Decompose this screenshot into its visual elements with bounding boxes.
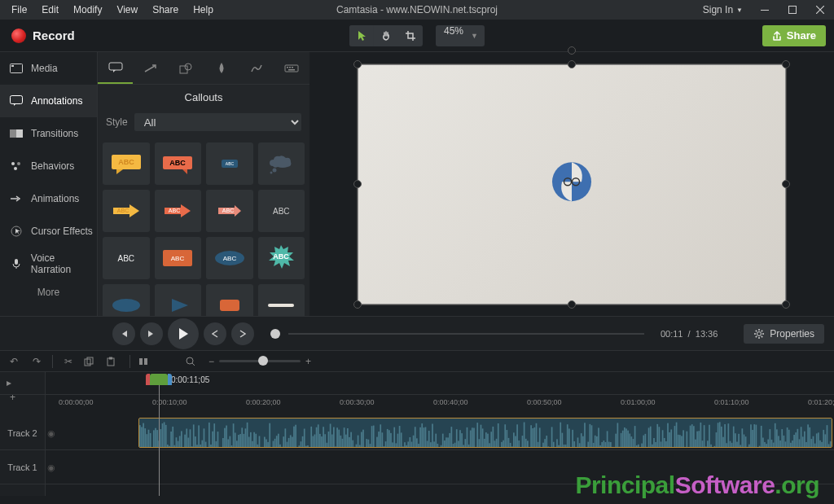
callout-arrow-yellow[interactable]: ABC xyxy=(103,190,150,232)
resize-handle-ml[interactable] xyxy=(353,180,362,188)
callout-burst-teal[interactable]: ABC xyxy=(258,237,305,279)
undo-button[interactable]: ↶ xyxy=(7,356,21,367)
style-select[interactable]: All xyxy=(134,113,301,131)
svg-rect-115 xyxy=(247,423,248,448)
resize-handle-bl[interactable] xyxy=(353,300,362,309)
svg-rect-191 xyxy=(378,432,380,448)
resize-handle-br[interactable] xyxy=(782,300,790,309)
close-button[interactable] xyxy=(806,0,834,20)
edit-tool-button[interactable] xyxy=(349,25,374,46)
callout-rect-blue[interactable]: ABC xyxy=(206,142,253,185)
callout-text-plain[interactable]: ABC xyxy=(258,190,305,232)
prev-marker-button[interactable] xyxy=(204,322,226,345)
callout-speech-orange[interactable]: ABC xyxy=(155,142,202,185)
resize-handle-tl[interactable] xyxy=(353,60,362,68)
scrubber-track[interactable] xyxy=(288,333,644,335)
track-visibility-icon[interactable]: ◉ xyxy=(47,462,55,472)
sidebar-tab-media[interactable]: Media xyxy=(0,52,97,85)
playhead-handle[interactable] xyxy=(150,374,168,385)
zoom-out-icon[interactable]: − xyxy=(208,356,214,367)
zoom-in-icon[interactable]: + xyxy=(305,356,311,367)
track-label-2[interactable]: Track 2 xyxy=(0,416,46,449)
menu-share[interactable]: Share xyxy=(146,2,185,17)
pan-tool-button[interactable] xyxy=(374,25,398,46)
sidebar-tab-annotations[interactable]: Annotations xyxy=(0,85,97,117)
resize-handle-tr[interactable] xyxy=(782,60,790,68)
callout-triangle-blue[interactable] xyxy=(155,284,202,316)
scrubber-handle[interactable] xyxy=(270,329,280,339)
panel-tab-shapes[interactable] xyxy=(169,52,204,84)
svg-rect-359 xyxy=(669,432,670,448)
svg-rect-292 xyxy=(553,442,555,448)
callout-ellipse-blue[interactable]: ABC xyxy=(206,237,253,279)
panel-tab-blur[interactable] xyxy=(204,52,239,84)
svg-rect-200 xyxy=(393,427,395,448)
sidebar-tab-voice-narration[interactable]: Voice Narration xyxy=(0,248,97,280)
panel-tab-keys[interactable] xyxy=(274,52,309,84)
properties-button[interactable]: Properties xyxy=(744,324,824,344)
resize-handle-mr[interactable] xyxy=(782,180,790,188)
zoom-fit-button[interactable] xyxy=(186,357,200,366)
sidebar-tab-animations[interactable]: Animations xyxy=(0,182,97,215)
panel-tab-sketch[interactable] xyxy=(239,52,274,84)
sidebar-tab-transitions[interactable]: Transitions xyxy=(0,117,97,150)
signin-button[interactable]: Sign In▼ xyxy=(695,2,751,17)
track-row-2[interactable]: Track 2 ◉ xyxy=(0,416,834,450)
split-button[interactable] xyxy=(138,356,153,367)
callout-text-white[interactable]: ABC xyxy=(103,237,150,279)
crop-tool-button[interactable] xyxy=(398,25,423,46)
minimize-button[interactable] xyxy=(751,0,779,20)
next-marker-button[interactable] xyxy=(231,322,254,345)
track-visibility-icon[interactable]: ◉ xyxy=(47,427,55,438)
playhead[interactable]: 0:00:11;05 xyxy=(150,374,209,385)
menu-help[interactable]: Help xyxy=(187,2,220,17)
svg-rect-165 xyxy=(333,427,335,448)
menu-edit[interactable]: Edit xyxy=(35,2,65,17)
timeline-zoom-slider[interactable]: − + xyxy=(208,356,311,367)
redo-button[interactable]: ↷ xyxy=(29,356,44,367)
time-ruler[interactable]: 0:00:00;000:00:10;000:00:20;000:00:30;00… xyxy=(59,398,834,413)
menu-file[interactable]: File xyxy=(5,2,33,17)
record-button[interactable]: Record xyxy=(0,28,86,43)
next-frame-button[interactable] xyxy=(140,322,163,345)
paste-button[interactable] xyxy=(107,357,121,366)
canvas-area[interactable] xyxy=(309,52,834,316)
prev-frame-button[interactable] xyxy=(112,322,135,345)
menu-modify[interactable]: Modify xyxy=(67,2,108,17)
zoom-select[interactable]: 45% xyxy=(436,25,485,46)
copy-button[interactable] xyxy=(84,357,99,366)
cut-button[interactable]: ✂ xyxy=(61,356,76,367)
track-label-1[interactable]: Track 1 xyxy=(0,450,46,484)
zoom-slider-handle[interactable] xyxy=(258,356,268,366)
sidebar-tab-behaviors[interactable]: Behaviors xyxy=(0,150,97,182)
menu-view[interactable]: View xyxy=(110,2,144,17)
sidebar-tab-cursor-effects[interactable]: Cursor Effects xyxy=(0,215,97,248)
preview-canvas[interactable] xyxy=(357,64,787,305)
resize-handle-bm[interactable] xyxy=(568,300,576,309)
svg-rect-320 xyxy=(601,442,603,448)
media-clip[interactable] xyxy=(138,418,832,448)
panel-tab-arrows[interactable] xyxy=(133,52,168,84)
svg-rect-3 xyxy=(11,65,14,67)
svg-rect-38 xyxy=(268,304,294,307)
callout-speech-yellow[interactable]: ABC xyxy=(103,142,150,185)
svg-rect-15 xyxy=(285,65,298,72)
playhead-ruler[interactable]: 0:00:11;05 xyxy=(0,372,834,395)
sidebar-more[interactable]: More xyxy=(0,280,97,305)
callout-shape-orange[interactable] xyxy=(206,284,253,316)
callout-ellipse-blue-2[interactable] xyxy=(103,284,150,316)
panel-tab-callouts[interactable] xyxy=(98,52,133,84)
share-button[interactable]: Share xyxy=(762,25,826,46)
callout-rect-orange-solid[interactable]: ABC xyxy=(155,237,202,279)
resize-handle-tm[interactable] xyxy=(568,60,576,68)
maximize-button[interactable] xyxy=(779,0,806,20)
rotate-handle[interactable] xyxy=(568,46,576,55)
callout-arrow-pink[interactable]: ABC xyxy=(206,190,253,232)
keyboard-icon xyxy=(284,64,299,72)
callout-arrow-orange[interactable]: ABC xyxy=(155,190,202,232)
callout-thought-cloud[interactable] xyxy=(258,142,305,185)
svg-rect-235 xyxy=(454,443,456,448)
callout-line-white[interactable] xyxy=(258,284,305,316)
svg-rect-153 xyxy=(313,436,314,448)
play-button[interactable] xyxy=(168,318,199,349)
